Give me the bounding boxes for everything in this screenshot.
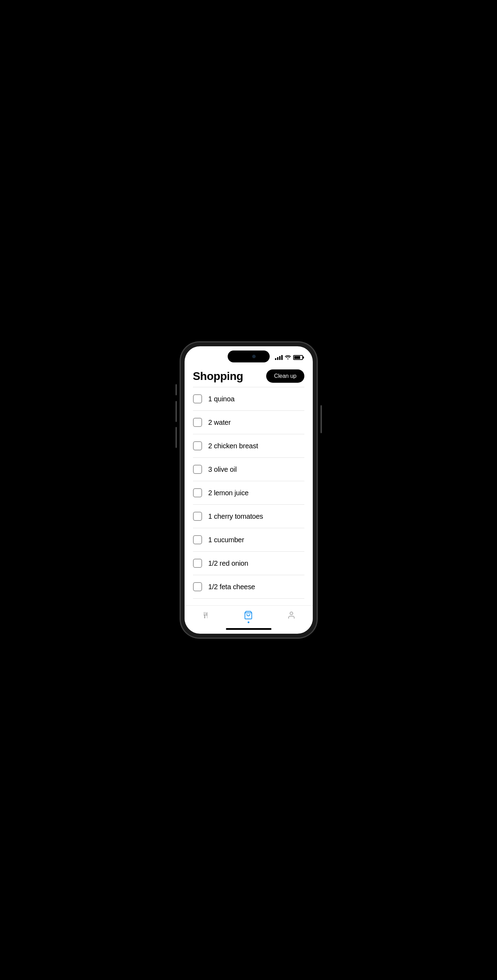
item-2-label: 2 water bbox=[208, 418, 231, 426]
status-right bbox=[275, 355, 303, 361]
phone-frame: Shopping Clean up 1 quinoa 2 water 2 chi… bbox=[180, 342, 317, 638]
item-1-checkbox[interactable] bbox=[193, 394, 202, 403]
item-3-checkbox[interactable] bbox=[193, 441, 202, 450]
item-7-label: 1 cucumber bbox=[208, 536, 245, 544]
list-item: 1/2 red onion bbox=[193, 552, 304, 575]
item-6-label: 1 cherry tomatoes bbox=[208, 512, 264, 520]
item-7-checkbox[interactable] bbox=[193, 535, 202, 544]
fork-knife-icon bbox=[202, 611, 210, 621]
volume-silent-button bbox=[175, 384, 177, 395]
phone-screen: Shopping Clean up 1 quinoa 2 water 2 chi… bbox=[184, 346, 313, 634]
battery-fill bbox=[294, 356, 300, 359]
list-item: 2 lemon juice bbox=[193, 481, 304, 505]
person-icon bbox=[287, 611, 295, 621]
header: Shopping Clean up bbox=[184, 364, 313, 387]
dynamic-island bbox=[228, 350, 270, 363]
shopping-list: 1 quinoa 2 water 2 chicken breast 3 oliv… bbox=[184, 387, 313, 605]
volume-down-button bbox=[175, 427, 177, 448]
item-5-checkbox[interactable] bbox=[193, 488, 202, 497]
cleanup-button[interactable]: Clean up bbox=[266, 369, 304, 383]
status-bar bbox=[184, 346, 313, 364]
list-item: 1/4 fresh parsley bbox=[193, 599, 304, 605]
wifi-icon bbox=[285, 355, 291, 361]
item-4-label: 3 olive oil bbox=[208, 466, 237, 474]
list-item: 1/2 feta cheese bbox=[193, 575, 304, 599]
list-item: 1 cucumber bbox=[193, 528, 304, 552]
cart-icon bbox=[244, 611, 253, 621]
power-button bbox=[321, 405, 322, 433]
item-1-label: 1 quinoa bbox=[208, 395, 235, 403]
item-2-checkbox[interactable] bbox=[193, 418, 202, 427]
list-item: 2 water bbox=[193, 411, 304, 434]
item-3-label: 2 chicken breast bbox=[208, 442, 258, 450]
list-item: 1 quinoa bbox=[193, 387, 304, 411]
item-5-label: 2 lemon juice bbox=[208, 489, 249, 497]
page-title: Shopping bbox=[193, 370, 243, 383]
camera-dot bbox=[252, 355, 256, 358]
list-item: 3 olive oil bbox=[193, 458, 304, 481]
home-indicator bbox=[184, 624, 313, 634]
battery-icon bbox=[293, 355, 303, 360]
item-9-checkbox[interactable] bbox=[193, 582, 202, 591]
signal-icon bbox=[275, 355, 283, 360]
nav-shopping[interactable] bbox=[237, 609, 260, 622]
nav-profile[interactable] bbox=[280, 609, 303, 622]
item-6-checkbox[interactable] bbox=[193, 512, 202, 521]
item-8-checkbox[interactable] bbox=[193, 559, 202, 568]
volume-up-button bbox=[175, 401, 177, 422]
nav-recipes[interactable] bbox=[194, 609, 217, 622]
list-item: 1 cherry tomatoes bbox=[193, 505, 304, 528]
bottom-nav bbox=[184, 605, 313, 624]
item-9-label: 1/2 feta cheese bbox=[208, 583, 255, 591]
svg-point-1 bbox=[290, 612, 293, 615]
list-item: 2 chicken breast bbox=[193, 434, 304, 458]
home-bar bbox=[226, 628, 272, 630]
nav-active-dot bbox=[248, 621, 249, 623]
item-8-label: 1/2 red onion bbox=[208, 559, 248, 568]
item-4-checkbox[interactable] bbox=[193, 465, 202, 474]
